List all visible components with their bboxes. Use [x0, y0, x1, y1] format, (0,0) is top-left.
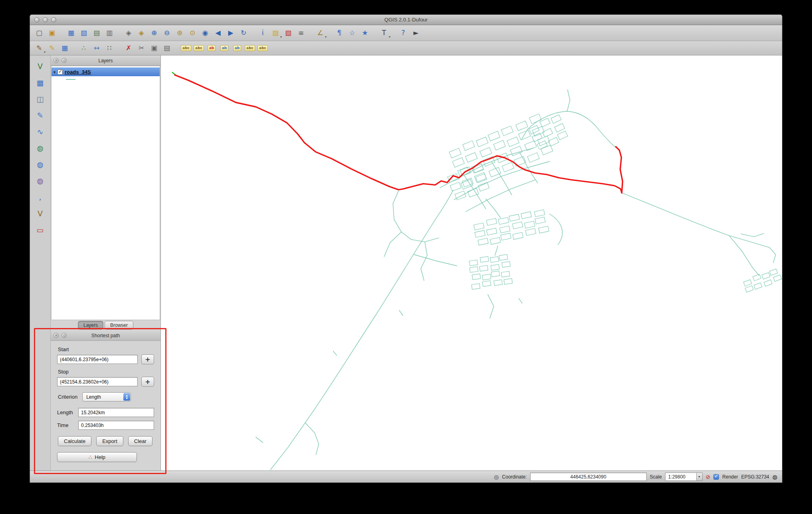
add-vector-layer-button[interactable]: V [34, 59, 47, 73]
composer-manager-button[interactable]: ▥ [103, 27, 115, 39]
zoom-window-button[interactable] [51, 17, 56, 22]
tool-icon: ab [208, 45, 216, 51]
zoom-out-button[interactable]: ⊖ [161, 27, 173, 39]
change-label-button[interactable]: abc [244, 42, 256, 54]
tab-layers[interactable]: Layers [78, 321, 103, 330]
deselect-features-button[interactable]: ▧ [282, 27, 294, 39]
tool-icon: ◍ [37, 177, 44, 185]
refresh-map-button[interactable]: ↻ [238, 27, 250, 39]
add-spatialite-layer-button[interactable]: ✎ [34, 109, 47, 122]
stop-input[interactable]: (452154,6.23602e+06) [57, 377, 138, 386]
measure-button[interactable]: ∠ [314, 27, 326, 39]
start-input[interactable]: (440601,6.23795e+06) [57, 355, 138, 364]
tool-icon: ⊕ [151, 30, 157, 36]
current-edits-button[interactable]: ✎ [33, 42, 45, 54]
whats-this-button[interactable]: ► [410, 27, 422, 39]
map-tips-button[interactable]: ¶ [333, 27, 345, 39]
tool-icon: ► [413, 30, 418, 36]
open-project-button[interactable]: ▣ [46, 27, 58, 39]
pan-to-selection-button[interactable]: ◈ [135, 27, 147, 39]
labeling-button[interactable]: abc [180, 42, 192, 54]
layer-item-roads-34s[interactable]: ▾ roads_34S [51, 67, 160, 76]
move-feature-button[interactable]: ↔ [91, 42, 103, 54]
select-features-button[interactable]: ▨ [269, 27, 281, 39]
title-bar[interactable]: QGIS 2.0.1-Dufour [30, 15, 782, 25]
zoom-last-button[interactable]: ◀ [212, 27, 224, 39]
pan-map-button[interactable]: ◈ [123, 27, 135, 39]
highlight-labels-button[interactable]: ab [206, 42, 218, 54]
tab-browser[interactable]: Browser [105, 321, 133, 330]
zoom-full-button[interactable]: ⊛ [174, 27, 186, 39]
label-properties-button[interactable]: abc [257, 42, 269, 54]
stop-capture-button[interactable]: + [141, 377, 154, 387]
node-tool-button[interactable]: ∷ [103, 42, 115, 54]
map-canvas[interactable] [161, 55, 782, 471]
road-graph-icon: ∴ [89, 454, 92, 460]
new-composer-button[interactable]: ▤ [91, 27, 103, 39]
zoom-next-button[interactable]: ▶ [225, 27, 237, 39]
float-panel-icon[interactable] [61, 58, 67, 63]
identify-button[interactable]: i [257, 27, 269, 39]
zoom-in-button[interactable]: ⊕ [148, 27, 160, 39]
add-feature-button[interactable]: ∴ [78, 42, 90, 54]
save-project-as-button[interactable]: ▧ [78, 27, 90, 39]
close-panel-icon[interactable] [53, 333, 59, 338]
help-button[interactable]: ∴ Help [57, 452, 137, 462]
delete-selected-button[interactable]: ✗ [123, 42, 135, 54]
help-contents-button[interactable]: ? [397, 27, 409, 39]
expand-layer-icon[interactable]: ▾ [53, 70, 55, 74]
criterion-value: Length [86, 394, 101, 400]
tool-icon: ↻ [241, 30, 246, 36]
float-panel-icon[interactable] [61, 333, 67, 338]
layers-tree[interactable]: ▾ roads_34S [51, 66, 160, 320]
add-mssql-layer-button[interactable]: ∿ [34, 125, 47, 138]
zoom-to-layer-button[interactable]: ◉ [199, 27, 211, 39]
zoom-to-selection-button[interactable]: ⊙ [186, 27, 198, 39]
close-panel-icon[interactable] [53, 58, 59, 63]
shortest-path-panel: Shortest path Start (440601,6.23795e+06)… [51, 330, 160, 471]
copy-features-button[interactable]: ▣ [148, 42, 160, 54]
attribute-table-button[interactable]: ≡ [295, 27, 307, 39]
scale-value: 1:29800 [668, 474, 685, 480]
save-edits-button[interactable]: ▦ [59, 42, 71, 54]
cut-features-button[interactable]: ✂ [135, 42, 147, 54]
layer-visibility-checkbox[interactable] [57, 69, 63, 75]
pin-labels-button[interactable]: abc [193, 42, 205, 54]
render-checkbox[interactable] [713, 474, 719, 480]
tool-icon: ✎ [36, 45, 42, 51]
tool-icon: V [38, 210, 43, 217]
show-bookmarks-button[interactable]: ★ [359, 27, 371, 39]
save-project-button[interactable]: ▦ [65, 27, 77, 39]
move-label-button[interactable]: ab [218, 42, 230, 54]
rotate-label-button[interactable]: ab [231, 42, 243, 54]
paste-features-button[interactable]: ▤ [161, 42, 173, 54]
clear-button[interactable]: Clear [128, 436, 152, 446]
tool-icon: V [38, 63, 43, 70]
remove-layer-button[interactable]: ▭ [34, 223, 47, 237]
coordinate-input[interactable]: 446425,6234090 [530, 472, 647, 481]
add-delimited-text-layer-button[interactable]: , [34, 190, 47, 204]
new-shapefile-layer-button[interactable]: V [34, 207, 47, 220]
new-project-button[interactable]: ▢ [33, 27, 45, 39]
tool-icon: ◍ [37, 144, 44, 152]
add-wcs-layer-button[interactable]: ◍ [34, 158, 47, 171]
start-capture-button[interactable]: + [141, 354, 154, 364]
close-window-button[interactable] [34, 17, 40, 22]
add-wms-layer-button[interactable]: ◍ [34, 141, 47, 155]
add-raster-layer-button[interactable]: ▦ [34, 76, 47, 89]
add-postgis-layer-button[interactable]: ◫ [34, 92, 47, 106]
add-wfs-layer-button[interactable]: ◍ [34, 174, 47, 188]
tool-icon: ✎ [37, 112, 44, 119]
tool-icon: ab [233, 45, 242, 51]
scale-select[interactable]: 1:29800 ▾ [665, 472, 703, 481]
new-bookmark-button[interactable]: ☆ [346, 27, 358, 39]
minimize-window-button[interactable] [43, 17, 48, 22]
text-annotation-button[interactable]: T [378, 27, 390, 39]
toggle-editing-button[interactable]: ✎ [46, 42, 58, 54]
calculate-button[interactable]: Calculate [58, 436, 91, 446]
export-button[interactable]: Export [96, 436, 123, 446]
tool-icon: ★ [362, 30, 368, 36]
stop-render-icon[interactable]: ⊘ [706, 474, 711, 480]
crs-status-icon[interactable]: ◍ [772, 474, 777, 480]
criterion-select[interactable]: Length ▲▼ [82, 392, 131, 401]
